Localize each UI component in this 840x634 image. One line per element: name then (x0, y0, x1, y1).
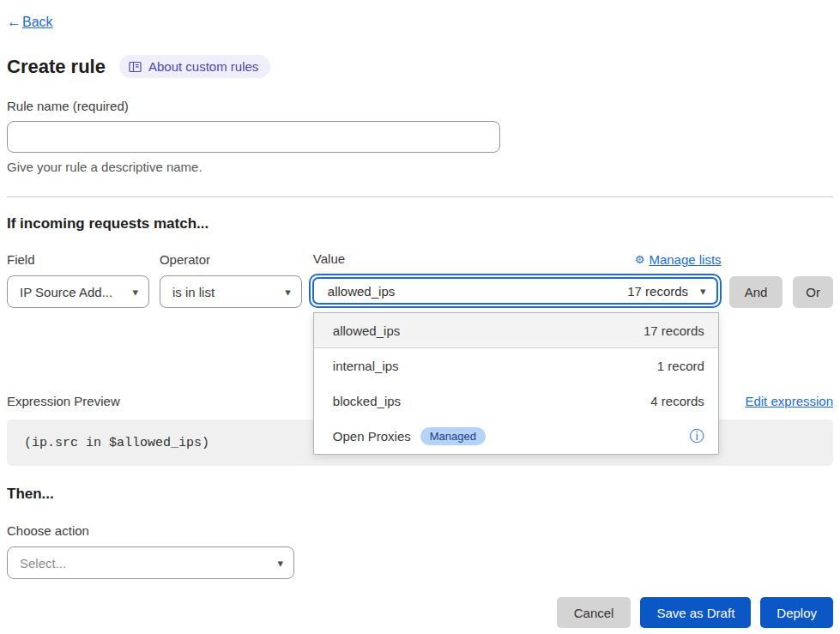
back-link[interactable]: ←Back (7, 14, 53, 31)
field-column: Field IP Source Add... ▾ (7, 252, 149, 308)
or-button[interactable]: Or (793, 276, 833, 308)
list-option-allowed-ips[interactable]: allowed_ips 17 records (314, 313, 718, 348)
selected-list-name: allowed_ips (328, 284, 395, 299)
create-rule-page: ←Back Create rule About custom rules Rul… (0, 0, 840, 628)
list-name: internal_ips (333, 359, 399, 373)
manage-lists-label: Manage lists (649, 252, 721, 267)
section-divider (7, 196, 833, 197)
and-button[interactable]: And (729, 276, 783, 308)
deploy-button[interactable]: Deploy (760, 597, 833, 628)
list-records: 4 records (650, 394, 704, 408)
cancel-button[interactable]: Cancel (557, 597, 632, 628)
operator-select[interactable]: is in list ▾ (160, 275, 302, 308)
rule-name-input[interactable] (7, 121, 500, 153)
condition-row: Field IP Source Add... ▾ Operator is in … (7, 251, 833, 308)
chevron-down-icon: ▾ (700, 286, 706, 297)
info-icon[interactable]: ⓘ (690, 429, 704, 444)
list-option-open-proxies[interactable]: Open Proxies Managed ⓘ (314, 419, 718, 454)
list-name: Open Proxies (333, 429, 411, 444)
list-name: blocked_ips (333, 394, 401, 408)
about-custom-rules-label: About custom rules (148, 59, 258, 74)
manage-lists-link[interactable]: ⚙ Manage lists (635, 252, 722, 267)
choose-action-label: Choose action (7, 523, 833, 538)
about-custom-rules-link[interactable]: About custom rules (119, 55, 270, 78)
list-name: allowed_ips (333, 323, 400, 338)
action-select[interactable]: Select... ▾ (7, 546, 294, 579)
gear-icon: ⚙ (635, 253, 645, 266)
managed-badge: Managed (420, 427, 486, 445)
field-select-value: IP Source Add... (20, 285, 112, 299)
save-draft-button[interactable]: Save as Draft (640, 597, 751, 628)
list-records: 17 records (644, 323, 704, 338)
value-combobox-focus-ring: allowed_ips 17 records ▾ (309, 274, 722, 308)
selected-list-records: 17 records (627, 284, 688, 299)
list-records: 1 record (657, 359, 704, 373)
lists-dropdown: allowed_ips 17 records internal_ips 1 re… (313, 312, 719, 455)
operator-select-value: is in list (172, 285, 215, 299)
field-label: Field (7, 252, 149, 267)
value-combobox-wrap: allowed_ips 17 records ▾ allowed_ips 17 … (309, 274, 722, 308)
rule-name-helper: Give your rule a descriptive name. (7, 160, 833, 174)
chevron-down-icon: ▾ (132, 287, 138, 298)
list-option-internal-ips[interactable]: internal_ips 1 record (314, 348, 718, 383)
expression-code: (ip.src in $allowed_ips) (24, 436, 209, 450)
expression-preview-label: Expression Preview (7, 394, 120, 408)
value-combobox[interactable]: allowed_ips 17 records ▾ (312, 277, 718, 305)
page-title: Create rule (7, 56, 106, 78)
operator-label: Operator (160, 252, 302, 267)
value-header: Value ⚙ Manage lists (309, 251, 722, 267)
title-row: Create rule About custom rules (7, 55, 833, 78)
footer-actions: Cancel Save as Draft Deploy (7, 597, 833, 628)
book-icon (129, 61, 142, 73)
rule-name-label: Rule name (required) (7, 99, 833, 113)
list-option-blocked-ips[interactable]: blocked_ips 4 records (314, 383, 718, 419)
action-select-placeholder: Select... (20, 556, 66, 571)
back-link-label: Back (22, 15, 53, 30)
chevron-down-icon: ▾ (285, 287, 291, 298)
value-label: Value (313, 251, 345, 266)
arrow-left-icon: ← (7, 14, 21, 31)
field-select[interactable]: IP Source Add... ▾ (7, 275, 149, 308)
value-column: Value ⚙ Manage lists allowed_ips 17 reco… (309, 251, 722, 308)
then-heading: Then... (7, 486, 833, 503)
edit-expression-link[interactable]: Edit expression (745, 394, 833, 408)
chevron-down-icon: ▾ (277, 558, 283, 569)
operator-column: Operator is in list ▾ (160, 252, 302, 308)
match-heading: If incoming requests match... (7, 215, 833, 232)
